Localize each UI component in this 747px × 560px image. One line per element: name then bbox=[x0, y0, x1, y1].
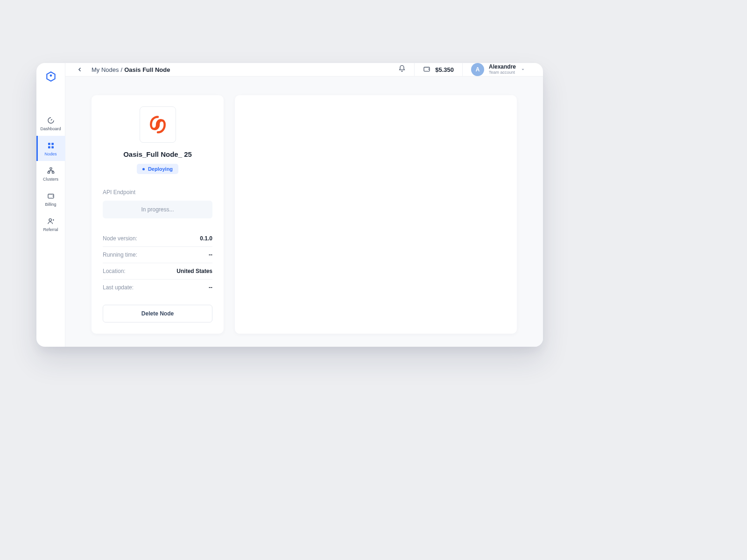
balance[interactable]: $5.350 bbox=[423, 65, 454, 74]
info-key: Location: bbox=[103, 268, 126, 274]
status-badge: Deploying bbox=[137, 164, 178, 174]
user-subtitle: Team account bbox=[489, 70, 516, 75]
sidebar-item-label: Dashboard bbox=[40, 126, 61, 131]
chevron-down-icon bbox=[521, 65, 525, 74]
sidebar-item-nodes[interactable]: Nodes bbox=[36, 136, 65, 161]
info-key: Last update: bbox=[103, 284, 134, 291]
status-dot-icon bbox=[142, 168, 145, 170]
node-activity-card bbox=[235, 95, 517, 334]
sidebar-item-dashboard[interactable]: Dashboard bbox=[36, 111, 65, 136]
info-row: Node version: 0.1.0 bbox=[103, 231, 212, 247]
info-row: Running time: -- bbox=[103, 247, 212, 263]
svg-rect-1 bbox=[48, 143, 50, 145]
node-title: Oasis_Full Node_ 25 bbox=[103, 150, 212, 158]
app-logo bbox=[45, 70, 57, 83]
info-row: Last update: -- bbox=[103, 280, 212, 295]
balance-section: $5.350 bbox=[414, 63, 462, 76]
node-detail-card: Oasis_Full Node_ 25 Deploying API Endpoi… bbox=[92, 95, 224, 334]
svg-rect-7 bbox=[52, 172, 54, 173]
back-button[interactable] bbox=[75, 64, 85, 75]
header: My Nodes / Oasis Full Node $5.350 bbox=[65, 63, 543, 77]
main: My Nodes / Oasis Full Node $5.350 bbox=[65, 63, 543, 347]
sidebar-item-label: Billing bbox=[45, 202, 56, 207]
sidebar-item-label: Clusters bbox=[43, 177, 58, 182]
balance-value: $5.350 bbox=[435, 66, 454, 73]
svg-rect-5 bbox=[50, 168, 52, 169]
status-text: Deploying bbox=[148, 166, 173, 172]
svg-rect-2 bbox=[51, 143, 54, 145]
info-row: Location: United States bbox=[103, 263, 212, 280]
sidebar: Dashboard Nodes Clusters Billing Referra bbox=[36, 63, 65, 347]
user-plus-icon bbox=[47, 217, 55, 225]
sidebar-item-clusters[interactable]: Clusters bbox=[36, 161, 65, 186]
app-window: Dashboard Nodes Clusters Billing Referra bbox=[36, 63, 543, 347]
info-val: -- bbox=[209, 284, 212, 291]
svg-rect-6 bbox=[48, 172, 49, 173]
node-logo bbox=[140, 106, 176, 143]
sidebar-item-billing[interactable]: Billing bbox=[36, 186, 65, 211]
breadcrumb: My Nodes / Oasis Full Node bbox=[92, 66, 170, 73]
sitemap-icon bbox=[47, 167, 55, 175]
breadcrumb-root[interactable]: My Nodes bbox=[92, 66, 119, 73]
notifications-section bbox=[390, 63, 414, 76]
endpoint-value: In progress... bbox=[103, 201, 212, 218]
gauge-icon bbox=[47, 116, 55, 125]
node-info-rows: Node version: 0.1.0 Running time: -- Loc… bbox=[103, 231, 212, 295]
user-section: A Alexandre Team account bbox=[462, 63, 534, 76]
info-key: Node version: bbox=[103, 235, 137, 242]
sidebar-item-referral[interactable]: Referral bbox=[36, 211, 65, 237]
content: Oasis_Full Node_ 25 Deploying API Endpoi… bbox=[65, 77, 543, 347]
sidebar-item-label: Referral bbox=[43, 227, 58, 232]
breadcrumb-separator: / bbox=[121, 66, 123, 73]
endpoint-label: API Endpoint bbox=[103, 189, 212, 196]
delete-node-button[interactable]: Delete Node bbox=[103, 305, 212, 322]
svg-point-9 bbox=[49, 219, 51, 221]
wallet-icon bbox=[423, 65, 430, 74]
info-key: Running time: bbox=[103, 252, 137, 258]
bell-icon[interactable] bbox=[398, 65, 406, 74]
breadcrumb-current: Oasis Full Node bbox=[124, 66, 170, 73]
wallet-icon bbox=[47, 192, 55, 200]
sidebar-item-label: Nodes bbox=[44, 152, 56, 156]
avatar: A bbox=[471, 63, 484, 76]
info-val: -- bbox=[209, 252, 212, 258]
info-val: 0.1.0 bbox=[200, 235, 212, 242]
info-val: United States bbox=[176, 268, 212, 274]
user-name: Alexandre bbox=[489, 64, 516, 70]
user-menu[interactable]: A Alexandre Team account bbox=[471, 63, 525, 76]
grid-icon bbox=[47, 141, 55, 150]
svg-rect-3 bbox=[48, 146, 50, 148]
svg-rect-4 bbox=[51, 146, 54, 148]
svg-point-0 bbox=[49, 74, 52, 77]
